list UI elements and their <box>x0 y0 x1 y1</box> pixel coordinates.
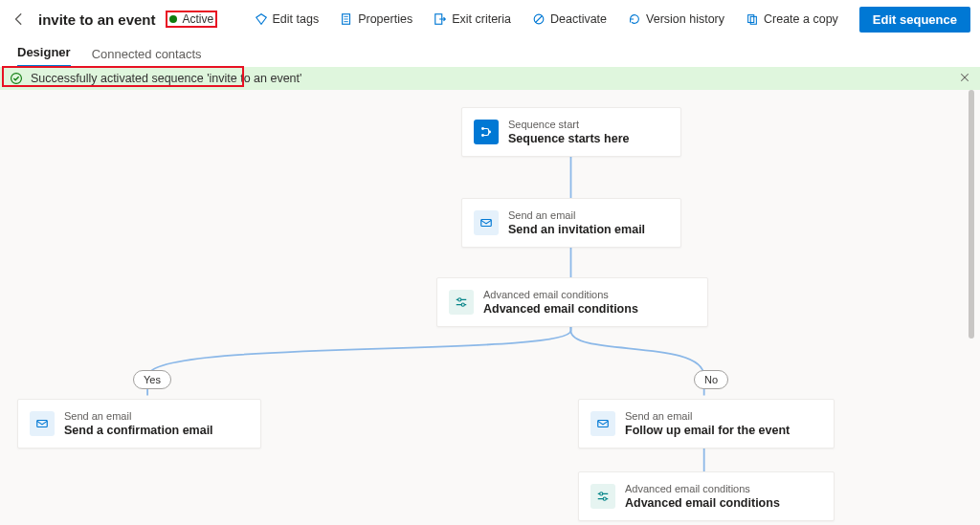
page-title: invite to an event <box>38 11 156 28</box>
node-no-email[interactable]: Send an email Follow up email for the ev… <box>578 399 835 448</box>
node-sequence-start[interactable]: Sequence start Sequence starts here <box>461 107 681 157</box>
back-button[interactable] <box>10 10 29 29</box>
status-dot-icon <box>169 15 177 23</box>
branch-yes-chip: Yes <box>133 370 171 389</box>
node-email-invitation[interactable]: Send an email Send an invitation email <box>461 198 681 248</box>
node-type: Send an email <box>64 409 213 423</box>
svg-line-6 <box>535 16 542 23</box>
node-type: Send an email <box>508 208 645 222</box>
email-icon <box>590 411 615 436</box>
svg-point-24 <box>600 492 603 495</box>
conditions-icon <box>590 484 615 509</box>
branch-no-chip: No <box>694 370 728 389</box>
success-notification: Successfully activated sequence 'invite … <box>0 67 980 90</box>
history-icon <box>628 12 641 26</box>
svg-rect-21 <box>598 421 609 427</box>
check-circle-icon <box>10 72 23 85</box>
node-type: Advanced email conditions <box>625 482 780 495</box>
node-yes-email[interactable]: Send an email Send a confirmation email <box>17 399 261 448</box>
start-icon <box>474 120 499 144</box>
notification-close-button[interactable] <box>959 71 970 86</box>
deactivate-button[interactable]: Deactivate <box>526 9 612 30</box>
document-icon <box>340 12 353 26</box>
tab-connected-contacts[interactable]: Connected contacts <box>92 47 202 67</box>
svg-rect-15 <box>481 220 492 227</box>
svg-point-18 <box>458 298 461 301</box>
node-type: Advanced email conditions <box>483 288 638 301</box>
node-advanced-conditions[interactable]: Advanced email conditions Advanced email… <box>436 277 708 327</box>
conditions-icon <box>449 290 474 315</box>
status-label: Active <box>183 12 214 26</box>
scrollbar-thumb[interactable] <box>969 90 974 339</box>
node-title: Advanced email conditions <box>625 495 780 511</box>
copy-icon <box>746 12 759 26</box>
edit-sequence-button[interactable]: Edit sequence <box>859 7 970 33</box>
node-title: Follow up email for the event <box>625 423 790 438</box>
properties-button[interactable]: Properties <box>334 9 418 30</box>
node-type: Sequence start <box>508 118 629 131</box>
notification-text: Successfully activated sequence 'invite … <box>31 72 301 85</box>
exit-icon <box>434 12 447 26</box>
node-title: Advanced email conditions <box>483 301 638 317</box>
email-icon <box>474 210 499 235</box>
create-copy-button[interactable]: Create a copy <box>740 9 844 30</box>
exit-criteria-button[interactable]: Exit criteria <box>428 9 517 30</box>
tag-icon <box>255 12 268 26</box>
node-title: Send an invitation email <box>508 222 645 237</box>
email-icon <box>30 411 55 436</box>
node-title: Sequence starts here <box>508 131 629 146</box>
deactivate-icon <box>532 12 546 26</box>
node-advanced-conditions-2[interactable]: Advanced email conditions Advanced email… <box>578 471 835 521</box>
close-icon <box>959 72 970 83</box>
edit-tags-button[interactable]: Edit tags <box>249 9 325 30</box>
svg-rect-20 <box>37 421 48 427</box>
tab-designer[interactable]: Designer <box>17 45 71 67</box>
svg-point-19 <box>461 303 464 306</box>
version-history-button[interactable]: Version history <box>622 9 730 30</box>
node-type: Send an email <box>625 409 790 423</box>
status-chip: Active <box>166 11 218 28</box>
vertical-scrollbar[interactable] <box>969 90 974 525</box>
node-title: Send a confirmation email <box>64 423 213 438</box>
designer-canvas[interactable]: Yes No Sequence start Sequence starts he… <box>0 90 980 525</box>
svg-point-25 <box>603 497 606 500</box>
